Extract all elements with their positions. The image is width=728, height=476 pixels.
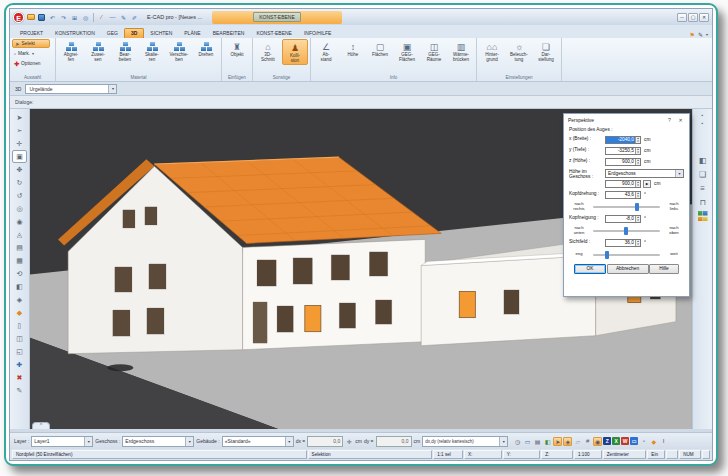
edit-icon[interactable]: ✎: [698, 31, 703, 38]
spinner-arrows-icon[interactable]: [635, 137, 640, 143]
left-tool-icon[interactable]: ◱: [12, 345, 27, 358]
gebaeude-combo[interactable]: «Standard»: [222, 436, 294, 447]
left-tool-icon[interactable]: ✎: [12, 384, 27, 397]
spinner-arrows-icon[interactable]: [635, 240, 640, 246]
orbit-icon[interactable]: ◉: [593, 437, 602, 446]
kopfdrehung-slider[interactable]: [593, 206, 660, 208]
slider-thumb[interactable]: [624, 227, 628, 235]
redo-icon[interactable]: ↷: [59, 13, 68, 22]
slider-thumb[interactable]: [605, 251, 609, 259]
terrain-combo[interactable]: Urgelände: [25, 84, 117, 94]
grid-icon[interactable]: #: [583, 437, 592, 446]
tab-projekt[interactable]: PROJEKT: [14, 29, 49, 38]
ok-button[interactable]: OK: [574, 264, 606, 274]
combo-arrow-icon[interactable]: [108, 85, 116, 93]
left-tool-icon[interactable]: ▦: [12, 254, 27, 267]
measure-tool-icon[interactable]: ∕: [97, 13, 106, 22]
z-input[interactable]: 900,0: [605, 158, 641, 166]
panel-collapse-handle[interactable]: ^: [32, 422, 50, 429]
y-input[interactable]: -3250,5: [605, 147, 641, 155]
display-icon[interactable]: ▭: [523, 437, 532, 446]
3d-schnitt-button[interactable]: ⌂3D- Schnitt: [255, 39, 281, 63]
app-x-icon[interactable]: X: [612, 437, 620, 445]
slider-thumb[interactable]: [635, 203, 639, 211]
left-tool-icon[interactable]: ▤: [12, 241, 27, 254]
maximize-button[interactable]: ▢: [688, 13, 698, 22]
flag-icon[interactable]: ⚑: [690, 31, 695, 38]
left-tool-icon[interactable]: ◬: [12, 228, 27, 241]
spinner-arrows-icon[interactable]: [635, 216, 640, 222]
kopfneigung-slider[interactable]: [593, 230, 660, 232]
hintergrund-button[interactable]: ⌂⌂Hinter- grund: [479, 39, 505, 63]
left-tool-icon[interactable]: ✚: [12, 358, 27, 371]
tab-geg[interactable]: GEG: [101, 29, 124, 38]
abgreifen-button[interactable]: Abgrei- fen: [58, 39, 84, 63]
spinner-arrows-icon[interactable]: [635, 159, 640, 165]
tab-sichten[interactable]: SICHTEN: [144, 29, 178, 38]
left-tool-icon[interactable]: ▯: [12, 319, 27, 332]
bearbeiten-button[interactable]: Bear- beiten: [112, 39, 138, 63]
left-tool-icon[interactable]: ✥: [12, 163, 27, 176]
furniture-icon[interactable]: ⊓: [695, 195, 710, 209]
hoehe-button[interactable]: ↕Höhe: [340, 39, 366, 58]
waermebruecken-button[interactable]: ▥Wärme- brücken: [448, 39, 474, 63]
left-tool-icon[interactable]: ↻: [12, 176, 27, 189]
dialog-help-button[interactable]: ?: [665, 117, 674, 123]
selekt-button[interactable]: ➤Selekt: [12, 39, 50, 48]
mark-button[interactable]: ▫Mark.▾: [12, 49, 50, 58]
left-tool-icon[interactable]: ➣: [12, 124, 27, 137]
report-document-icon[interactable]: ❏: [695, 167, 710, 181]
tab-bearbeiten[interactable]: BEARBEITEN: [207, 29, 251, 38]
zoom-fit-icon[interactable]: ⊞: [70, 13, 79, 22]
left-tool-icon[interactable]: ◆: [12, 306, 27, 319]
mail-icon[interactable]: ▪: [639, 437, 648, 446]
snap-icon[interactable]: ➤: [553, 437, 562, 446]
left-tool-icon[interactable]: ⟲: [12, 267, 27, 280]
app-w-icon[interactable]: W: [621, 437, 629, 445]
drehen-button[interactable]: Drehen: [193, 39, 219, 58]
abstand-button[interactable]: ∠Ab- stand: [313, 39, 339, 63]
beleuchtung-button[interactable]: ☼Beleuch- tung: [506, 39, 532, 63]
zuweisen-button[interactable]: Zuwei- sen: [85, 39, 111, 63]
minimize-button[interactable]: ─: [677, 13, 687, 22]
undo-icon[interactable]: ↶: [48, 13, 57, 22]
dy-input[interactable]: 0,0: [376, 436, 412, 447]
geg-flaechen-button[interactable]: ▣GEG- Flächen: [394, 39, 420, 63]
left-tool-icon[interactable]: ◧: [12, 280, 27, 293]
app-z-icon[interactable]: Z: [603, 437, 611, 445]
dialog-title-bar[interactable]: Perspektive ? ✕: [564, 114, 689, 125]
layer-visibility-icon[interactable]: ◈: [563, 437, 572, 446]
crosshair-icon[interactable]: ✛: [345, 437, 353, 445]
tab-konstruktion[interactable]: KONSTRUKTION: [49, 29, 101, 38]
materials-palette-icon[interactable]: [695, 209, 710, 223]
coordinate-mode-combo[interactable]: dx,dy (relativ kartesisch): [422, 436, 508, 447]
tab-konst-ebene[interactable]: KONST-EBENE: [250, 29, 298, 38]
left-tool-icon[interactable]: ◎: [12, 202, 27, 215]
tab-info-hilfe[interactable]: INFO/HILFE: [298, 29, 338, 38]
panel-pin-icon[interactable]: ▪: [695, 111, 710, 119]
tab-plaene[interactable]: PLÄNE: [178, 29, 206, 38]
materials-icon[interactable]: ◧: [543, 437, 552, 446]
combo-arrow-icon[interactable]: [285, 437, 293, 446]
combo-arrow-icon[interactable]: [675, 170, 683, 177]
skalieren-button[interactable]: Skalie- ren: [139, 39, 165, 63]
app-logo-icon[interactable]: E: [13, 12, 24, 23]
zoom-icon[interactable]: ◎: [81, 13, 90, 22]
kopfdrehung-input[interactable]: 43,6: [605, 191, 641, 199]
pencil-tool-icon[interactable]: ✐: [130, 13, 139, 22]
left-tool-icon[interactable]: ✛: [12, 137, 27, 150]
objekt-button[interactable]: ♜Objekt: [224, 39, 250, 58]
darstellung-button[interactable]: ❏Dar- stellung: [533, 39, 559, 63]
combo-arrow-icon[interactable]: [499, 437, 507, 446]
dx-input[interactable]: 0,0: [307, 436, 343, 447]
clock-icon[interactable]: ◷: [513, 437, 522, 446]
abbrechen-button[interactable]: Abbrechen: [607, 264, 649, 274]
apply-arrow-icon[interactable]: [643, 180, 651, 188]
geg-raeume-button[interactable]: ◫GEG- Räume: [421, 39, 447, 63]
left-tool-icon[interactable]: ◈: [12, 293, 27, 306]
optionen-button[interactable]: ✚Optionen: [12, 59, 50, 68]
open-file-icon[interactable]: [26, 13, 35, 22]
printer-icon[interactable]: ▤: [533, 437, 542, 446]
app-window-icon[interactable]: ▭: [630, 437, 638, 445]
tab-3d[interactable]: 3D: [124, 28, 144, 38]
